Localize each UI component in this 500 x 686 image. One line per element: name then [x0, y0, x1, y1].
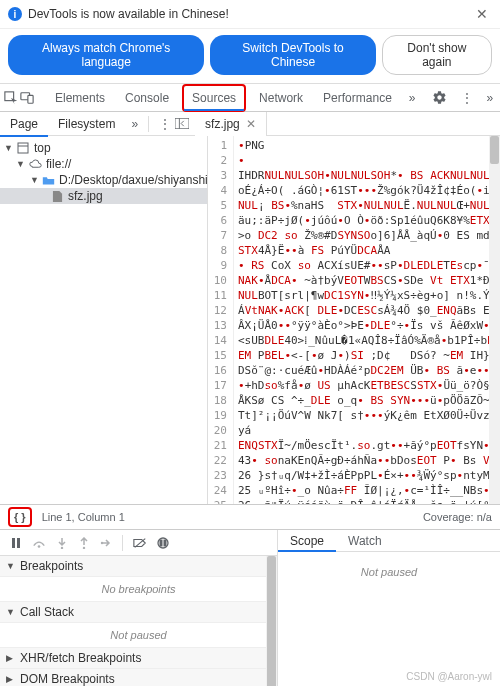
- line-gutter: 1234567891011121314151617181920212223242…: [208, 136, 234, 504]
- tab-performance[interactable]: Performance: [314, 84, 401, 112]
- svg-rect-2: [28, 95, 33, 103]
- scope-not-paused: Not paused: [278, 556, 500, 686]
- dock-side-button[interactable]: »: [481, 91, 500, 105]
- kebab-icon[interactable]: ⋮: [159, 117, 171, 131]
- watch-tab[interactable]: Watch: [336, 530, 394, 551]
- navigator-tree: ▼ top ▼ file:// ▼ D:/Desktop/daxue/shiya…: [0, 136, 208, 504]
- svg-point-12: [101, 541, 103, 543]
- tree-file-label: file://: [46, 157, 71, 171]
- subtab-filesystem[interactable]: Filesystem: [48, 112, 125, 136]
- coverage-status: Coverage: n/a: [423, 511, 492, 523]
- svg-rect-16: [164, 539, 167, 546]
- divider: [122, 535, 123, 551]
- tab-elements[interactable]: Elements: [46, 84, 114, 112]
- folder-icon: [42, 175, 55, 186]
- dbg-scrollbar[interactable]: [266, 556, 277, 686]
- tree-file-origin[interactable]: ▼ file://: [0, 156, 207, 172]
- svg-rect-15: [160, 539, 163, 546]
- cloud-icon: [28, 159, 42, 169]
- callstack-section[interactable]: ▼Call Stack: [0, 602, 277, 623]
- more-tabs-button[interactable]: »: [403, 91, 422, 105]
- file-tab-sfz[interactable]: sfz.jpg ✕: [195, 112, 267, 136]
- collapse-panel-icon[interactable]: [175, 118, 189, 129]
- divider: [148, 116, 149, 132]
- dom-breakpoints-section[interactable]: ▶DOM Breakpoints: [0, 669, 277, 686]
- frame-icon: [16, 142, 30, 154]
- tree-folder-label: D:/Desktop/daxue/shiyanshi/Pr: [59, 173, 208, 187]
- svg-point-11: [83, 546, 85, 548]
- breakpoints-section[interactable]: ▼Breakpoints: [0, 556, 277, 577]
- close-file-tab[interactable]: ✕: [246, 117, 256, 131]
- step-out-button[interactable]: [78, 537, 90, 549]
- switch-chinese-button[interactable]: Switch DevTools to Chinese: [210, 35, 375, 75]
- inspect-icon[interactable]: [4, 91, 18, 105]
- cursor-position: Line 1, Column 1: [42, 511, 125, 523]
- code-content: •PNG•IHDRNULNULSOH•NULNULSOH*• BS ACKNUL…: [234, 136, 500, 504]
- device-toggle-icon[interactable]: [20, 91, 34, 105]
- deactivate-breakpoints-button[interactable]: [133, 537, 147, 549]
- step-into-button[interactable]: [56, 537, 68, 549]
- svg-rect-8: [17, 538, 20, 548]
- watermark: CSDN @Aaron-ywl: [406, 671, 492, 682]
- tree-top[interactable]: ▼ top: [0, 140, 207, 156]
- callstack-not-paused: Not paused: [0, 623, 277, 648]
- xhr-breakpoints-section[interactable]: ▶XHR/fetch Breakpoints: [0, 648, 277, 669]
- tab-network[interactable]: Network: [250, 84, 312, 112]
- dont-show-button[interactable]: Don't show again: [382, 35, 492, 75]
- file-tab-label: sfz.jpg: [205, 117, 240, 131]
- step-button[interactable]: [100, 537, 112, 549]
- info-text: DevTools is now available in Chinese!: [28, 7, 466, 21]
- info-icon: i: [8, 7, 22, 21]
- subtab-more[interactable]: »: [125, 117, 144, 131]
- editor-scrollbar[interactable]: [489, 136, 500, 504]
- step-over-button[interactable]: [32, 537, 46, 549]
- scope-tab[interactable]: Scope: [278, 530, 336, 551]
- tree-top-label: top: [34, 141, 51, 155]
- svg-rect-3: [175, 118, 189, 129]
- tree-file-label: sfz.jpg: [68, 189, 103, 203]
- no-breakpoints-msg: No breakpoints: [0, 577, 277, 602]
- tree-folder[interactable]: ▼ D:/Desktop/daxue/shiyanshi/Pr: [0, 172, 207, 188]
- svg-rect-5: [18, 143, 28, 153]
- pause-exceptions-button[interactable]: [157, 537, 169, 549]
- svg-point-9: [38, 545, 41, 548]
- tab-console[interactable]: Console: [116, 84, 178, 112]
- pretty-print-button[interactable]: { }: [8, 507, 32, 527]
- settings-gear-icon[interactable]: [426, 90, 453, 105]
- tab-sources[interactable]: Sources: [182, 84, 246, 112]
- file-icon: [50, 190, 64, 203]
- always-match-button[interactable]: Always match Chrome's language: [8, 35, 204, 75]
- subtab-page[interactable]: Page: [0, 112, 48, 136]
- svg-point-10: [61, 546, 63, 548]
- tree-file-sfz[interactable]: sfz.jpg: [0, 188, 207, 204]
- svg-rect-7: [12, 538, 15, 548]
- pause-button[interactable]: [10, 537, 22, 549]
- kebab-menu-icon[interactable]: ⋮: [455, 91, 479, 105]
- info-close-button[interactable]: ✕: [472, 6, 492, 22]
- source-editor[interactable]: 1234567891011121314151617181920212223242…: [208, 136, 500, 504]
